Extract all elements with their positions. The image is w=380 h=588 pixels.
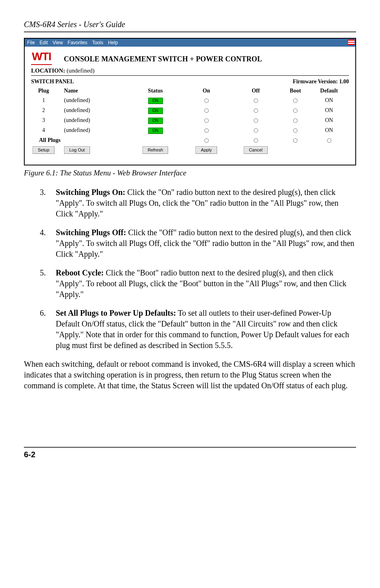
menu-favorites[interactable]: Favorites (68, 39, 87, 46)
radio-boot[interactable] (293, 108, 298, 113)
status-badge: ON (148, 98, 163, 104)
menu-file[interactable]: File (27, 39, 35, 46)
default-value: ON (309, 126, 349, 136)
item-bold: Reboot Cycle: (56, 268, 104, 277)
firmware-version: Firmware Version: 1.00 (293, 78, 349, 86)
item-number: 5. (40, 267, 56, 300)
radio-off-all[interactable] (254, 138, 258, 143)
radio-off[interactable] (254, 108, 258, 113)
plug-name: (undefined) (56, 116, 128, 126)
plug-name: (undefined) (56, 96, 128, 106)
location-line: LOCATION: (undefined) (31, 67, 349, 76)
menu-tools[interactable]: Tools (92, 39, 103, 46)
col-name: Name (56, 87, 128, 96)
brand-logo: WTI (31, 49, 52, 65)
list-item: 6. Set All Plugs to Power Up Defaults: T… (40, 308, 356, 351)
plug-name: (undefined) (56, 126, 128, 136)
col-boot: Boot (282, 87, 309, 96)
apply-button[interactable]: Apply (196, 146, 217, 154)
col-on: On (183, 87, 230, 96)
item-bold: Switching Plugs Off: (56, 228, 126, 237)
item-bold: Set All Plugs to Power Up Defaults: (56, 309, 176, 317)
radio-boot[interactable] (293, 128, 298, 133)
page-header: CMS-6R4 Series - User's Guide (24, 19, 356, 32)
instruction-list: 3. Switching Plugs On: Click the "On" ra… (24, 187, 356, 351)
table-row: 2 (undefined) ON ON (31, 106, 349, 116)
radio-on[interactable] (204, 108, 209, 113)
col-plug: Plug (31, 87, 56, 96)
default-value: ON (309, 96, 349, 106)
item-number: 4. (40, 227, 56, 260)
switch-table: Plug Name Status On Off Boot Default 1 (… (31, 87, 349, 155)
status-badge: ON (148, 108, 163, 114)
table-row: 3 (undefined) ON ON (31, 116, 349, 126)
list-item: 4. Switching Plugs Off: Click the "Off" … (40, 227, 356, 260)
menu-help[interactable]: Help (108, 39, 118, 46)
list-item: 3. Switching Plugs On: Click the "On" ra… (40, 187, 356, 219)
windows-flag-icon (348, 39, 355, 45)
plug-number: 3 (31, 116, 56, 126)
all-plugs-row: All Plugs (31, 136, 349, 146)
location-value: (undefined) (67, 67, 94, 74)
plug-number: 4 (31, 126, 56, 136)
status-badge: ON (148, 128, 163, 134)
page-number: 6-2 (24, 447, 356, 460)
radio-on-all[interactable] (204, 138, 209, 143)
table-row: 1 (undefined) ON ON (31, 96, 349, 106)
plug-number: 1 (31, 96, 56, 106)
radio-boot[interactable] (293, 118, 298, 123)
setup-button[interactable]: Setup (33, 146, 55, 154)
app-title: CONSOLE MANAGEMENT SWITCH + POWER CONTRO… (64, 50, 349, 64)
radio-default-all[interactable] (327, 138, 331, 143)
plug-name: (undefined) (56, 106, 128, 116)
menubar: File Edit View Favorites Tools Help (25, 39, 355, 47)
switch-panel-label: SWITCH PANEL (31, 78, 74, 86)
radio-boot-all[interactable] (293, 138, 298, 143)
status-badge: ON (148, 118, 163, 124)
col-status: Status (128, 87, 183, 96)
closing-paragraph: When each switching, default or reboot c… (24, 359, 356, 391)
cancel-button[interactable]: Cancel (244, 146, 268, 154)
refresh-button[interactable]: Refresh (143, 146, 168, 154)
item-bold: Switching Plugs On: (56, 188, 125, 197)
plug-number: 2 (31, 106, 56, 116)
logout-button[interactable]: Log Out (64, 146, 90, 154)
menu-view[interactable]: View (53, 39, 63, 46)
col-default: Default (309, 87, 349, 96)
col-off: Off (230, 87, 282, 96)
radio-on[interactable] (204, 98, 209, 103)
radio-boot[interactable] (293, 98, 298, 103)
location-label: LOCATION: (31, 67, 65, 74)
radio-off[interactable] (254, 128, 258, 133)
screenshot-panel: File Edit View Favorites Tools Help WTI … (24, 38, 356, 165)
default-value: ON (309, 106, 349, 116)
item-number: 6. (40, 308, 56, 351)
radio-off[interactable] (254, 118, 258, 123)
item-number: 3. (40, 187, 56, 219)
default-value: ON (309, 116, 349, 126)
figure-caption: Figure 6.1: The Status Menu - Web Browse… (24, 168, 356, 178)
menu-edit[interactable]: Edit (39, 39, 48, 46)
radio-on[interactable] (204, 128, 209, 133)
radio-off[interactable] (254, 98, 258, 103)
all-plugs-label: All Plugs (31, 136, 128, 146)
radio-on[interactable] (204, 118, 209, 123)
table-row: 4 (undefined) ON ON (31, 126, 349, 136)
list-item: 5. Reboot Cycle: Click the "Boot" radio … (40, 267, 356, 300)
